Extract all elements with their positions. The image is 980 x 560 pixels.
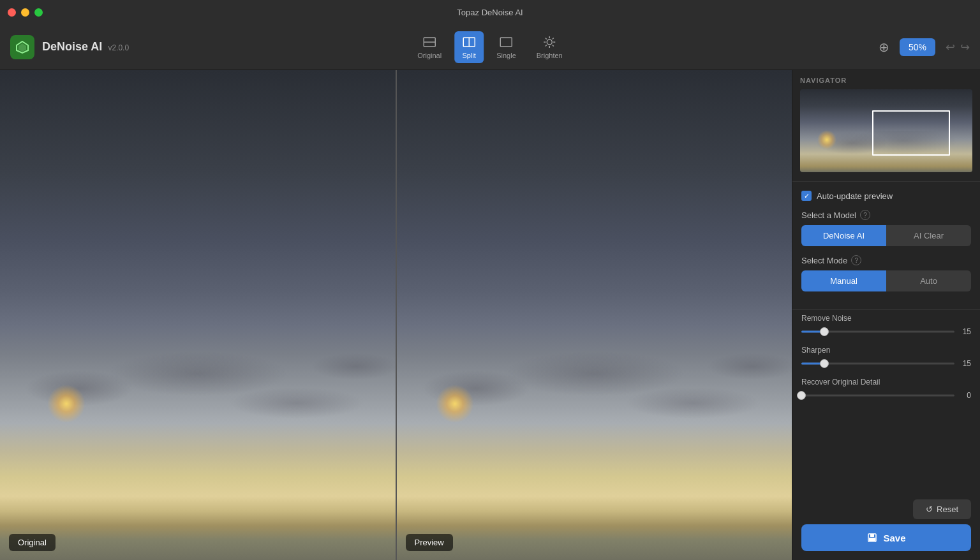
main-content: Original Preview NAVIGATOR (0, 70, 980, 560)
app-logo (10, 35, 34, 59)
sharpen-label: Sharpen (801, 346, 971, 355)
controls-section: Auto-update preview Select a Model ? DeN… (792, 186, 980, 306)
model-label: Select a Model (801, 210, 856, 220)
maximize-button[interactable] (34, 8, 43, 17)
right-panel: NAVIGATOR Auto-update preview Select a M… (792, 70, 980, 560)
sliders-section: Remove Noise 15 Sharpen (792, 314, 980, 409)
close-button[interactable] (8, 8, 16, 17)
navigator-viewport (872, 110, 950, 156)
main-toolbar: DeNoise AI v2.0.0 Original Split Sing (0, 24, 980, 70)
remove-noise-row: 15 (801, 327, 971, 337)
sun-glow-right (436, 385, 474, 423)
save-icon (866, 532, 878, 543)
view-brighten-button[interactable]: Brighten (529, 31, 570, 63)
title-bar: Topaz DeNoise AI (0, 0, 980, 24)
model-aiclear-button[interactable]: AI Clear (886, 225, 971, 246)
original-panel: Original (0, 70, 396, 560)
model-select-group: Select a Model ? DeNoise AI AI Clear (801, 210, 971, 246)
recover-detail-value: 0 (960, 391, 971, 400)
view-original-button[interactable]: Original (410, 31, 449, 63)
bottom-buttons: ↺ Reset Save (792, 493, 980, 560)
svg-line-13 (553, 45, 554, 46)
navigator-title: NAVIGATOR (800, 77, 972, 84)
mode-auto-button[interactable]: Auto (886, 270, 971, 291)
app-title: DeNoise AI v2.0.0 (42, 40, 129, 54)
mode-select-group: Select Mode ? Manual Auto (801, 255, 971, 291)
svg-rect-6 (500, 38, 512, 47)
original-image (0, 70, 396, 560)
sharpen-value: 15 (960, 359, 971, 368)
svg-line-15 (546, 45, 547, 46)
sharpen-slider[interactable] (801, 358, 954, 369)
save-button[interactable]: Save (801, 524, 971, 551)
svg-marker-1 (19, 43, 26, 52)
recover-detail-slider-group: Recover Original Detail 0 (801, 378, 971, 401)
recover-detail-row: 0 (801, 390, 971, 401)
window-title: Topaz DeNoise AI (457, 8, 523, 17)
auto-update-row: Auto-update preview (801, 191, 971, 201)
brighten-icon (542, 35, 556, 49)
remove-noise-knob[interactable] (820, 327, 829, 336)
recover-detail-slider[interactable] (801, 390, 954, 401)
recover-detail-knob[interactable] (797, 391, 806, 400)
model-button-group: DeNoise AI AI Clear (801, 225, 971, 246)
view-split-button[interactable]: Split (454, 31, 484, 63)
svg-line-12 (546, 38, 547, 39)
mode-manual-button[interactable]: Manual (801, 270, 886, 291)
svg-point-7 (547, 40, 552, 45)
remove-noise-label: Remove Noise (801, 314, 971, 323)
recover-detail-track (801, 395, 954, 397)
mode-help-icon[interactable]: ? (851, 255, 861, 265)
mode-label-row: Select Mode ? (801, 255, 971, 265)
auto-update-label: Auto-update preview (817, 191, 893, 201)
navigator-thumbnail[interactable] (800, 89, 972, 172)
view-single-button[interactable]: Single (489, 31, 524, 63)
remove-noise-slider-group: Remove Noise 15 (801, 314, 971, 337)
original-icon (422, 35, 436, 49)
reset-icon: ↺ (926, 505, 933, 514)
model-help-icon[interactable]: ? (860, 210, 870, 220)
view-mode-buttons: Original Split Single (410, 31, 570, 63)
split-icon (462, 35, 476, 49)
zoom-level-display[interactable]: 50% (900, 38, 935, 56)
mode-button-group: Manual Auto (801, 270, 971, 291)
remove-noise-value: 15 (960, 327, 971, 336)
sharpen-knob[interactable] (820, 359, 829, 368)
model-label-row: Select a Model ? (801, 210, 971, 220)
mode-label: Select Mode (801, 256, 847, 265)
sun-glow-left (47, 385, 85, 423)
original-label: Original (9, 534, 56, 551)
toolbar-right: ⊕ 50% ↩ ↪ (879, 38, 970, 56)
auto-update-checkbox[interactable] (801, 191, 812, 201)
single-icon (499, 35, 513, 49)
remove-noise-slider[interactable] (801, 327, 954, 337)
undo-redo-group: ↩ ↪ (946, 40, 970, 54)
minimize-button[interactable] (21, 8, 29, 17)
model-denoise-button[interactable]: DeNoise AI (801, 225, 886, 246)
preview-image (397, 70, 792, 560)
navigator-section: NAVIGATOR (792, 70, 980, 177)
zoom-out-button[interactable]: ⊕ (879, 40, 889, 55)
preview-label: Preview (406, 534, 453, 551)
logo-icon (15, 40, 29, 54)
svg-line-14 (553, 38, 554, 39)
preview-panel: Preview (396, 70, 792, 560)
undo-button[interactable]: ↩ (946, 40, 955, 54)
sharpen-row: 15 (801, 358, 971, 369)
divider-2 (792, 309, 980, 310)
recover-detail-label: Recover Original Detail (801, 378, 971, 387)
traffic-lights (8, 8, 43, 17)
svg-rect-17 (870, 534, 874, 537)
divider-1 (792, 181, 980, 182)
redo-button[interactable]: ↪ (960, 40, 970, 54)
sharpen-slider-group: Sharpen 15 (801, 346, 971, 369)
reset-button[interactable]: ↺ Reset (913, 499, 971, 519)
svg-rect-18 (869, 538, 875, 541)
image-area: Original Preview (0, 70, 792, 560)
